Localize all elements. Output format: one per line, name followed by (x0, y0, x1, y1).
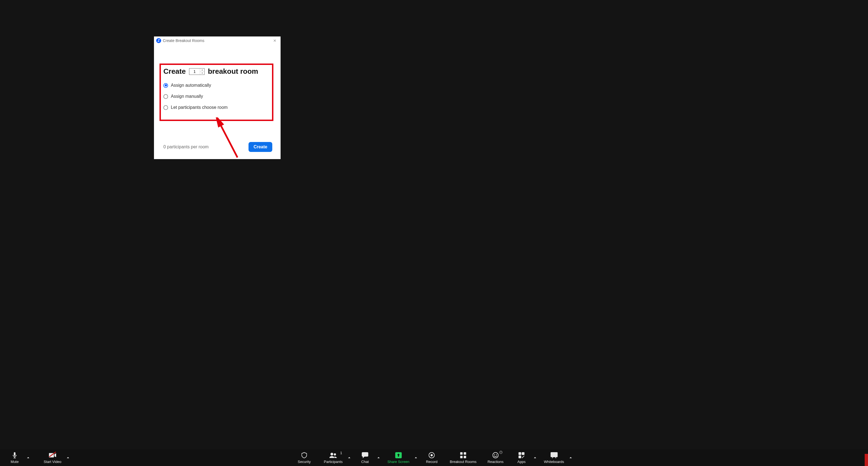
radio-dot-icon (163, 94, 168, 99)
record-button[interactable]: Record (422, 451, 441, 465)
security-button[interactable]: Security (294, 451, 314, 465)
radio-label: Let participants choose room (171, 105, 227, 110)
participants-button[interactable]: 1 Participants (321, 451, 345, 465)
stepper-spin: ▲ ▼ (200, 68, 204, 75)
radio-assign-manually[interactable]: Assign manually (163, 94, 271, 99)
chevron-up-icon (415, 456, 417, 459)
whiteboard-icon (550, 452, 558, 459)
svg-rect-15 (519, 453, 521, 455)
share-options-caret[interactable] (413, 451, 419, 464)
toolbar-left-group: Mute Start Video (0, 451, 71, 465)
svg-point-12 (493, 453, 498, 458)
participants-per-room-label: 0 participants per room (163, 144, 249, 149)
toolbar-label: Whiteboards (544, 460, 564, 464)
svg-line-2 (49, 452, 56, 457)
chat-options-caret[interactable] (376, 451, 381, 464)
svg-point-14 (496, 454, 497, 455)
svg-rect-11 (464, 456, 466, 458)
reactions-button[interactable]: + Reactions (485, 451, 506, 465)
stepper-down-button[interactable]: ▼ (200, 71, 204, 75)
share-screen-button[interactable]: Share Screen (384, 451, 412, 465)
toolbar-label: Start Video (44, 460, 61, 464)
participants-icon (329, 452, 337, 459)
toolbar-label: Share Screen (387, 460, 409, 464)
chevron-up-icon (569, 456, 572, 459)
share-screen-icon (395, 452, 402, 459)
create-word: Create (163, 67, 186, 76)
chevron-up-icon (377, 456, 380, 459)
slash-icon (49, 451, 57, 458)
toolbar-label: Chat (361, 460, 369, 464)
video-camera-icon (49, 452, 56, 459)
svg-rect-8 (460, 452, 462, 455)
chevron-up-icon (348, 456, 350, 459)
breakout-rooms-dialog: Z Create Breakout Rooms Create ▲ ▼ break… (154, 36, 281, 159)
svg-point-13 (494, 454, 495, 455)
participants-count-badge: 1 (340, 451, 342, 455)
dialog-footer: 0 participants per room Create (159, 142, 275, 154)
svg-point-3 (330, 453, 333, 456)
apps-options-caret[interactable] (532, 451, 538, 464)
start-video-button[interactable]: Start Video (41, 451, 64, 465)
toolbar-label: Apps (518, 460, 526, 464)
apps-button[interactable]: Apps (512, 451, 531, 465)
toolbar-label: Record (426, 460, 438, 464)
chevron-up-icon (534, 456, 536, 459)
toolbar-label: Security (298, 460, 311, 464)
room-count-input[interactable] (189, 68, 200, 75)
reactions-icon (493, 452, 499, 459)
create-line: Create ▲ ▼ breakout room (159, 67, 275, 76)
toolbar-label: Breakout Rooms (450, 460, 476, 464)
whiteboards-button[interactable]: Whiteboards (541, 451, 567, 465)
assignment-radio-group: Assign automatically Assign manually Let… (159, 83, 275, 113)
svg-rect-9 (464, 452, 466, 455)
chat-button[interactable]: Chat (355, 451, 375, 465)
mute-options-caret[interactable] (25, 451, 31, 464)
stepper-up-button[interactable]: ▲ (200, 68, 204, 72)
breakout-rooms-icon (460, 452, 466, 459)
create-button[interactable]: Create (249, 142, 272, 152)
svg-point-7 (431, 454, 433, 456)
radio-dot-icon (163, 83, 168, 88)
participants-options-caret[interactable] (346, 451, 352, 464)
radio-assign-automatically[interactable]: Assign automatically (163, 83, 271, 88)
toolbar-label: Mute (11, 460, 19, 464)
whiteboards-options-caret[interactable] (568, 451, 574, 464)
radio-dot-icon (163, 105, 168, 110)
apps-icon (519, 452, 525, 459)
dialog-titlebar: Z Create Breakout Rooms (154, 36, 281, 45)
dialog-body: Create ▲ ▼ breakout room Assign automati… (154, 45, 281, 159)
radio-label: Assign manually (171, 94, 203, 99)
end-meeting-sliver[interactable] (865, 454, 868, 466)
radio-label: Assign automatically (171, 83, 211, 88)
svg-rect-16 (522, 453, 524, 455)
chevron-up-icon (67, 456, 69, 459)
toolbar-center-group: Security 1 Participants Chat Share Scree (294, 451, 573, 465)
toolbar-label: Participants (324, 460, 342, 464)
record-icon (429, 452, 435, 459)
mute-button[interactable]: Mute (5, 451, 24, 465)
chevron-up-icon (27, 456, 30, 459)
video-options-caret[interactable] (65, 451, 71, 464)
meeting-toolbar: Mute Start Video Security 1 (0, 450, 868, 466)
dialog-title: Create Breakout Rooms (163, 38, 272, 43)
chat-icon (362, 452, 368, 459)
shield-icon (301, 452, 307, 459)
svg-rect-18 (551, 453, 557, 457)
close-icon[interactable] (272, 38, 278, 44)
toolbar-label: Reactions (488, 460, 504, 464)
breakout-word: breakout room (208, 67, 258, 76)
room-count-stepper[interactable]: ▲ ▼ (189, 68, 205, 75)
radio-let-participants-choose[interactable]: Let participants choose room (163, 105, 271, 110)
svg-point-4 (334, 453, 336, 456)
microphone-icon (12, 452, 17, 459)
zoom-app-icon: Z (156, 38, 161, 43)
svg-rect-10 (460, 456, 462, 458)
breakout-rooms-button[interactable]: Breakout Rooms (447, 451, 479, 465)
plus-badge-icon: + (499, 451, 502, 454)
svg-rect-17 (519, 456, 521, 458)
